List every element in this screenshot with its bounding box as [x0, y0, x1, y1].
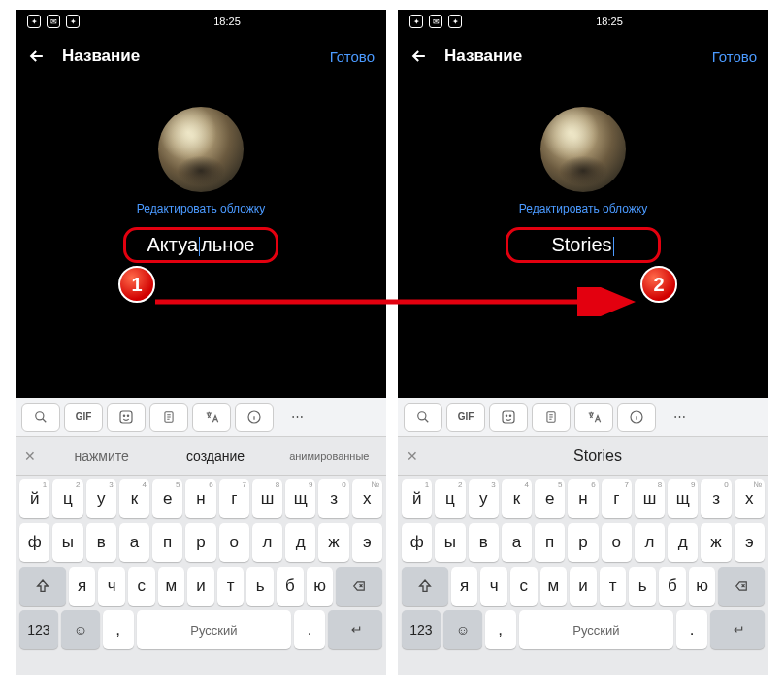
more-icon[interactable]: ⋯: [278, 403, 316, 432]
letter-key[interactable]: е5: [152, 479, 182, 518]
shift-key[interactable]: [402, 567, 448, 606]
back-arrow-icon[interactable]: [27, 47, 47, 66]
letter-key[interactable]: д: [285, 523, 315, 562]
letter-key[interactable]: о: [219, 523, 249, 562]
numeric-key[interactable]: 123: [402, 610, 441, 649]
letter-key[interactable]: ю: [307, 567, 334, 606]
translate-icon[interactable]: [574, 403, 613, 432]
letter-key[interactable]: г7: [602, 479, 632, 518]
letter-key[interactable]: б: [277, 567, 304, 606]
suggestion[interactable]: нажмите: [45, 448, 158, 464]
letter-key[interactable]: ь: [629, 567, 656, 606]
search-icon[interactable]: [404, 403, 442, 432]
numeric-key[interactable]: 123: [19, 610, 58, 649]
letter-key[interactable]: ц2: [435, 479, 465, 518]
letter-key[interactable]: ц2: [52, 479, 82, 518]
letter-key[interactable]: ю: [689, 567, 716, 606]
letter-key[interactable]: ч: [480, 567, 507, 606]
letter-key[interactable]: ы: [435, 523, 465, 562]
suggestion[interactable]: Stories: [427, 447, 768, 465]
done-button[interactable]: Готово: [712, 49, 757, 65]
search-icon[interactable]: [21, 403, 60, 432]
shift-key[interactable]: [19, 567, 66, 606]
comma-key[interactable]: ,: [485, 610, 516, 649]
emoji-key[interactable]: ☺: [61, 610, 100, 649]
letter-key[interactable]: я: [69, 567, 96, 606]
comma-key[interactable]: ,: [103, 610, 134, 649]
letter-key[interactable]: а: [119, 523, 149, 562]
letter-key[interactable]: ь: [246, 567, 274, 606]
done-button[interactable]: Готово: [330, 49, 375, 65]
suggestion[interactable]: создание: [158, 448, 272, 464]
letter-key[interactable]: й1: [402, 479, 432, 518]
letter-key[interactable]: х№: [735, 479, 765, 518]
more-icon[interactable]: ⋯: [660, 403, 699, 432]
gif-button[interactable]: GIF: [446, 403, 485, 432]
letter-key[interactable]: ш8: [252, 479, 282, 518]
suggestion[interactable]: анимированные: [273, 450, 386, 462]
clipboard-icon[interactable]: [532, 403, 571, 432]
letter-key[interactable]: а: [502, 523, 532, 562]
letter-key[interactable]: и: [187, 567, 214, 606]
letter-key[interactable]: м: [540, 567, 568, 606]
gif-button[interactable]: GIF: [64, 403, 103, 432]
back-arrow-icon[interactable]: [409, 47, 429, 66]
translate-icon[interactable]: [192, 403, 231, 432]
letter-key[interactable]: н6: [568, 479, 598, 518]
letter-key[interactable]: э: [352, 523, 382, 562]
letter-key[interactable]: л: [635, 523, 665, 562]
enter-key[interactable]: [710, 610, 765, 649]
letter-key[interactable]: к4: [119, 479, 149, 518]
letter-key[interactable]: м: [158, 567, 185, 606]
letter-key[interactable]: ш8: [635, 479, 665, 518]
letter-key[interactable]: ж: [701, 523, 731, 562]
clipboard-icon[interactable]: [149, 403, 188, 432]
letter-key[interactable]: з0: [318, 479, 348, 518]
letter-key[interactable]: э: [735, 523, 765, 562]
letter-key[interactable]: с: [128, 567, 155, 606]
space-key[interactable]: Русский: [519, 610, 674, 649]
backspace-key[interactable]: [336, 567, 382, 606]
close-suggestions-icon[interactable]: ✕: [398, 448, 427, 464]
letter-key[interactable]: б: [659, 567, 686, 606]
letter-key[interactable]: и: [570, 567, 597, 606]
letter-key[interactable]: д: [668, 523, 698, 562]
letter-key[interactable]: я: [451, 567, 478, 606]
space-key[interactable]: Русский: [137, 610, 292, 649]
info-icon[interactable]: [617, 403, 656, 432]
sticker-icon[interactable]: [489, 403, 528, 432]
letter-key[interactable]: г7: [219, 479, 249, 518]
close-suggestions-icon[interactable]: ✕: [16, 448, 45, 464]
letter-key[interactable]: ы: [52, 523, 82, 562]
letter-key[interactable]: т: [217, 567, 245, 606]
edit-cover-link[interactable]: Редактировать обложку: [137, 202, 265, 215]
letter-key[interactable]: п: [535, 523, 565, 562]
cover-image[interactable]: [540, 107, 626, 192]
letter-key[interactable]: з0: [701, 479, 731, 518]
sticker-icon[interactable]: [107, 403, 146, 432]
cover-image[interactable]: [158, 107, 244, 192]
letter-key[interactable]: р: [185, 523, 215, 562]
letter-key[interactable]: ф: [402, 523, 432, 562]
letter-key[interactable]: щ9: [285, 479, 315, 518]
letter-key[interactable]: п: [152, 523, 182, 562]
letter-key[interactable]: в: [469, 523, 499, 562]
enter-key[interactable]: [328, 610, 382, 649]
letter-key[interactable]: к4: [502, 479, 532, 518]
letter-key[interactable]: й1: [19, 479, 49, 518]
letter-key[interactable]: с: [510, 567, 538, 606]
highlight-name-input[interactable]: Актуальное: [147, 234, 255, 255]
backspace-key[interactable]: [718, 567, 765, 606]
period-key[interactable]: .: [676, 610, 707, 649]
letter-key[interactable]: ф: [19, 523, 49, 562]
letter-key[interactable]: о: [602, 523, 632, 562]
letter-key[interactable]: ж: [318, 523, 348, 562]
letter-key[interactable]: у3: [469, 479, 499, 518]
letter-key[interactable]: т: [600, 567, 627, 606]
letter-key[interactable]: л: [252, 523, 282, 562]
period-key[interactable]: .: [294, 610, 325, 649]
letter-key[interactable]: р: [568, 523, 598, 562]
letter-key[interactable]: у3: [86, 479, 116, 518]
edit-cover-link[interactable]: Редактировать обложку: [519, 202, 647, 215]
letter-key[interactable]: ч: [98, 567, 125, 606]
